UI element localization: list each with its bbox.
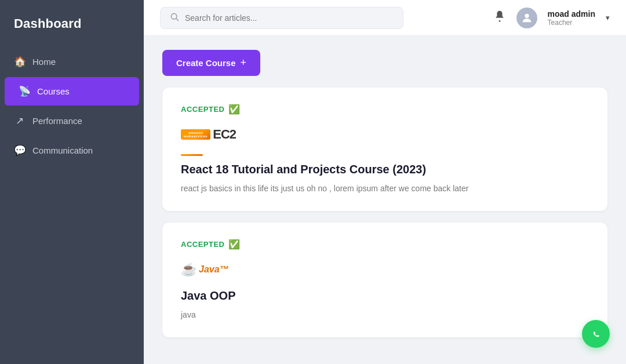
search-icon: [170, 12, 179, 24]
content-area: Create Course + ACCEPTED ✅ amazon webser…: [144, 36, 626, 364]
check-circle-icon-2: ✅: [228, 239, 241, 250]
whatsapp-fab[interactable]: [582, 320, 610, 348]
course-desc-1: react js basics in this life its just us…: [181, 183, 589, 195]
aws-box: amazon webservices: [181, 129, 210, 140]
sidebar-item-label-home: Home: [32, 57, 56, 67]
accepted-badge-2: ACCEPTED ✅: [181, 239, 589, 250]
course-title-2: Java OOP: [181, 288, 589, 303]
sidebar-item-performance[interactable]: ↗ Performance: [0, 107, 144, 135]
header-right: moad admin Teacher ▾: [493, 8, 610, 28]
accepted-label-1: ACCEPTED: [181, 105, 225, 114]
svg-point-2: [498, 20, 500, 22]
sidebar-title: Dashboard: [0, 0, 144, 48]
communication-icon: 💬: [14, 144, 26, 156]
sidebar-item-home[interactable]: 🏠 Home: [0, 48, 144, 76]
sidebar: Dashboard 🏠 Home 📡 Courses ↗ Performance…: [0, 0, 144, 364]
course-logo-1: amazon webservices EC2: [181, 123, 589, 146]
chevron-down-icon[interactable]: ▾: [606, 13, 610, 22]
check-circle-icon-1: ✅: [228, 104, 241, 115]
courses-icon: 📡: [19, 85, 30, 97]
avatar: [516, 8, 537, 28]
accepted-label-2: ACCEPTED: [181, 240, 225, 249]
sidebar-item-courses[interactable]: 📡 Courses: [5, 77, 139, 105]
create-course-label: Create Course: [176, 58, 236, 68]
svg-point-3: [525, 13, 529, 17]
course-card-1: ACCEPTED ✅ amazon webservices EC2 React …: [162, 88, 607, 211]
user-name: moad admin: [548, 9, 595, 19]
aws-underline: [181, 154, 203, 156]
java-cup-icon: ☕: [181, 262, 196, 277]
svg-line-1: [176, 18, 179, 20]
search-input[interactable]: [185, 13, 394, 23]
user-role: Teacher: [548, 19, 595, 27]
performance-icon: ↗: [14, 115, 26, 127]
notification-bell-icon[interactable]: [493, 10, 506, 26]
java-text: Java™: [199, 264, 229, 275]
sidebar-nav: 🏠 Home 📡 Courses ↗ Performance 💬 Communi…: [0, 48, 144, 165]
user-info[interactable]: moad admin Teacher: [548, 9, 595, 27]
sidebar-item-label-courses: Courses: [37, 86, 70, 96]
sidebar-item-communication[interactable]: 💬 Communication: [0, 136, 144, 165]
main-area: moad admin Teacher ▾ Create Course + ACC…: [144, 0, 626, 364]
course-desc-2: java: [181, 309, 589, 321]
home-icon: 🏠: [14, 56, 26, 68]
sidebar-item-label-performance: Performance: [32, 116, 82, 126]
accepted-badge-1: ACCEPTED ✅: [181, 104, 589, 115]
course-title-1: React 18 Tutorial and Projects Course (2…: [181, 162, 589, 177]
sidebar-item-label-communication: Communication: [32, 145, 93, 155]
plus-icon: +: [241, 57, 247, 69]
course-card-2: ACCEPTED ✅ ☕ Java™ Java OOP java: [162, 223, 607, 337]
course-logo-2: ☕ Java™: [181, 258, 589, 281]
header: moad admin Teacher ▾: [144, 0, 626, 36]
create-course-button[interactable]: Create Course +: [162, 50, 260, 76]
search-bar[interactable]: [160, 7, 403, 29]
ec2-text: EC2: [213, 127, 236, 142]
